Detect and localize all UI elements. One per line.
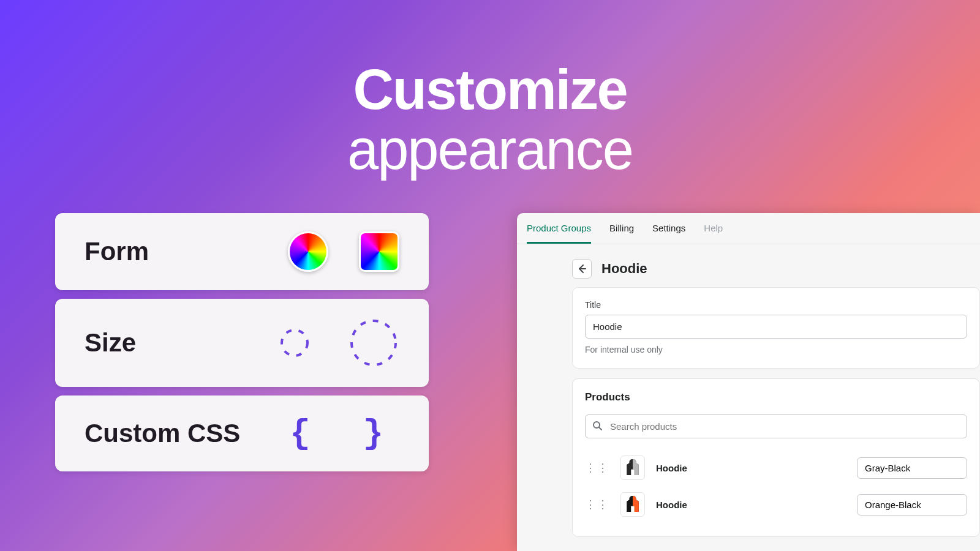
product-list: ⋮⋮HoodieGray-Black⋮⋮HoodieOrange-Black bbox=[585, 449, 967, 523]
color-wheel-circle-icon bbox=[288, 231, 328, 272]
product-name: Hoodie bbox=[656, 463, 687, 473]
hero-title: Customize bbox=[0, 61, 980, 118]
dashed-circle-small-icon bbox=[278, 326, 311, 359]
search-icon bbox=[592, 421, 602, 433]
card-form: Form bbox=[55, 213, 429, 290]
products-box: Products ⋮⋮HoodieGray-Black⋮⋮HoodieOrang… bbox=[572, 378, 980, 537]
drag-handle-icon[interactable]: ⋮⋮ bbox=[585, 501, 609, 508]
feature-cards: Form Size Custom CSS { } bbox=[55, 213, 429, 471]
tab-settings[interactable]: Settings bbox=[652, 223, 685, 244]
title-input[interactable] bbox=[585, 315, 967, 339]
card-custom-css: Custom CSS { } bbox=[55, 395, 429, 471]
variant-select[interactable]: Gray-Black bbox=[857, 457, 967, 479]
products-heading: Products bbox=[585, 391, 967, 403]
page-title: Hoodie bbox=[601, 261, 647, 277]
drag-handle-icon[interactable]: ⋮⋮ bbox=[585, 465, 609, 471]
braces-icon: { } bbox=[290, 414, 399, 453]
hero: Customize appearance bbox=[0, 61, 980, 178]
product-row: ⋮⋮HoodieGray-Black bbox=[585, 449, 967, 486]
hero-subtitle: appearance bbox=[0, 121, 980, 178]
product-name: Hoodie bbox=[656, 500, 687, 510]
product-thumbnail bbox=[620, 455, 645, 480]
tab-billing[interactable]: Billing bbox=[609, 223, 634, 244]
svg-line-3 bbox=[599, 427, 601, 430]
search-products-input[interactable] bbox=[585, 414, 967, 438]
card-form-label: Form bbox=[85, 237, 149, 266]
admin-panel: Product GroupsBillingSettingsHelp Hoodie… bbox=[517, 213, 980, 551]
title-hint: For internal use only bbox=[585, 345, 967, 354]
card-css-label: Custom CSS bbox=[85, 419, 240, 448]
title-box: Title For internal use only bbox=[572, 287, 980, 369]
svg-point-0 bbox=[282, 330, 307, 356]
card-size-label: Size bbox=[85, 328, 136, 358]
title-label: Title bbox=[585, 300, 967, 310]
color-wheel-square-icon bbox=[359, 231, 399, 272]
product-row: ⋮⋮HoodieOrange-Black bbox=[585, 486, 967, 523]
dashed-circle-large-icon bbox=[348, 317, 399, 369]
back-button[interactable] bbox=[572, 259, 592, 279]
tab-help[interactable]: Help bbox=[704, 223, 723, 244]
tabs: Product GroupsBillingSettingsHelp bbox=[517, 213, 980, 244]
product-thumbnail bbox=[620, 492, 645, 517]
card-size: Size bbox=[55, 299, 429, 387]
svg-point-1 bbox=[352, 321, 396, 365]
variant-select[interactable]: Orange-Black bbox=[857, 494, 967, 515]
arrow-left-icon bbox=[577, 264, 587, 274]
tab-product-groups[interactable]: Product Groups bbox=[527, 223, 591, 244]
